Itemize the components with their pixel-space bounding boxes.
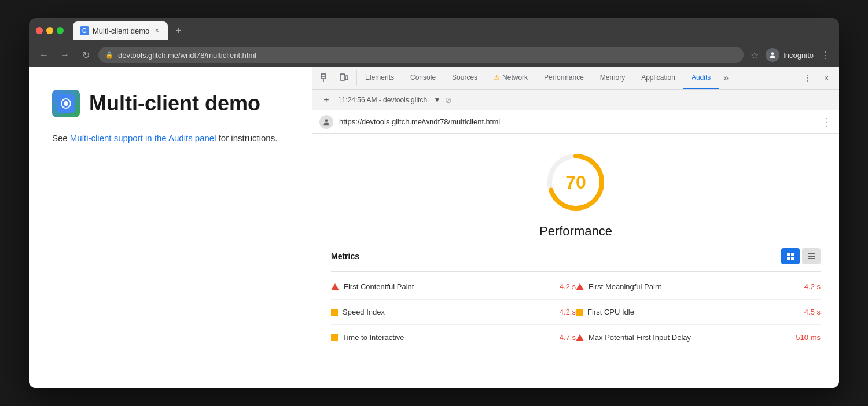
navigation-bar: ← → ↻ 🔒 devtools.glitch.me/wndt78/multic…: [29, 43, 839, 67]
tab-favicon: G: [80, 26, 89, 35]
svg-rect-13: [791, 253, 794, 256]
audits-panel-link[interactable]: Multi-client support in the Audits panel: [70, 133, 219, 143]
svg-rect-16: [808, 253, 815, 254]
tab-performance[interactable]: Performance: [536, 67, 592, 89]
tab-application[interactable]: Application: [633, 67, 683, 89]
audit-block-button[interactable]: ⊘: [445, 95, 452, 105]
orange-square-icon: [331, 334, 338, 341]
traffic-light-yellow[interactable]: [46, 27, 53, 34]
page-logo: [52, 90, 80, 117]
metrics-title: Metrics: [331, 252, 359, 261]
audit-url-more-button[interactable]: ⋮: [822, 116, 832, 128]
page-header: Multi-client demo: [52, 90, 289, 117]
traffic-light-green[interactable]: [57, 27, 64, 34]
audit-avatar: [319, 115, 333, 129]
forward-button[interactable]: →: [57, 47, 73, 63]
metric-time-to-interactive: Time to Interactive 4.7 s: [331, 325, 576, 350]
metric-value: 4.7 s: [547, 333, 576, 342]
svg-rect-12: [787, 253, 790, 256]
metric-name: First Meaningful Paint: [589, 282, 787, 291]
gauge-score: 70: [565, 172, 586, 193]
content-area: Multi-client demo See Multi-client suppo…: [29, 67, 839, 388]
score-section: 70 Performance: [331, 147, 821, 239]
new-tab-button[interactable]: +: [170, 23, 186, 39]
profile-area[interactable]: Incognito: [766, 48, 814, 62]
tab-memory[interactable]: Memory: [592, 67, 633, 89]
tab-network[interactable]: ⚠ Network: [486, 67, 536, 89]
favicon-letter: G: [82, 28, 87, 34]
performance-label: Performance: [539, 224, 612, 239]
traffic-light-red[interactable]: [36, 27, 43, 34]
traffic-lights: [36, 27, 64, 34]
metric-value: 4.2 s: [547, 282, 576, 291]
metric-first-meaningful-paint: First Meaningful Paint 4.2 s: [576, 274, 821, 300]
warning-triangle-icon: [576, 334, 584, 341]
metric-first-contentful-paint: First Contentful Paint 4.2 s: [331, 274, 576, 300]
list-view-button[interactable]: [802, 248, 821, 264]
gauge-container: 70 Performance: [539, 147, 612, 239]
svg-rect-15: [791, 257, 794, 260]
tab-elements[interactable]: Elements: [357, 67, 402, 89]
bookmark-button[interactable]: ☆: [748, 47, 761, 63]
metric-value: 510 ms: [792, 333, 821, 342]
metrics-left-column: First Contentful Paint 4.2 s Speed Index…: [331, 274, 576, 350]
metric-max-potential-fid: Max Potential First Input Delay 510 ms: [576, 325, 821, 350]
gauge-wrapper: 70: [541, 147, 610, 217]
browser-tab[interactable]: G Multi-client demo ×: [73, 21, 168, 40]
browser-menu-button[interactable]: ⋮: [818, 47, 832, 63]
orange-square-icon: [576, 309, 583, 316]
metric-name: First CPU Idle: [587, 308, 787, 316]
metric-value: 4.5 s: [792, 308, 821, 316]
audit-add-button[interactable]: +: [319, 93, 333, 107]
page-description: See Multi-client support in the Audits p…: [52, 131, 289, 145]
address-text: devtools.glitch.me/wndt78/multiclient.ht…: [118, 51, 256, 60]
metrics-grid: First Contentful Paint 4.2 s Speed Index…: [331, 274, 821, 350]
device-toggle-button[interactable]: [336, 70, 352, 86]
svg-point-0: [771, 52, 774, 55]
metrics-header: Metrics: [331, 248, 821, 272]
tab-bar: G Multi-client demo × +: [73, 21, 832, 40]
desc-suffix: for instructions.: [219, 133, 278, 143]
devtools-tabs: Elements Console Sources ⚠ Network Perfo…: [357, 67, 795, 89]
element-picker-button[interactable]: [317, 70, 333, 86]
tab-sources[interactable]: Sources: [444, 67, 486, 89]
devtools-toolbar: Elements Console Sources ⚠ Network Perfo…: [312, 67, 839, 90]
desc-prefix: See: [52, 133, 70, 143]
metric-value: 4.2 s: [792, 282, 821, 291]
network-warning-icon: ⚠: [494, 73, 500, 82]
reload-button[interactable]: ↻: [78, 47, 94, 63]
metric-speed-index: Speed Index 4.2 s: [331, 300, 576, 325]
svg-rect-7: [340, 74, 345, 80]
metric-name: Max Potential First Input Delay: [589, 333, 787, 342]
svg-rect-14: [787, 257, 790, 260]
warning-triangle-icon: [331, 283, 339, 290]
svg-rect-18: [808, 258, 815, 259]
tab-title: Multi-client demo: [93, 27, 149, 35]
avatar: [766, 48, 779, 62]
browser-window: G Multi-client demo × + ← → ↻ 🔒 devtools…: [29, 18, 839, 388]
orange-square-icon: [331, 309, 338, 316]
audit-results: 70 Performance Metrics: [312, 134, 839, 388]
tab-close-button[interactable]: ×: [153, 27, 161, 35]
audit-timestamp: 11:24:56 AM - devtools.glitch.: [338, 96, 429, 104]
more-tabs-button[interactable]: »: [719, 73, 733, 83]
metric-name: Speed Index: [343, 308, 542, 316]
audit-dropdown-arrow[interactable]: ▼: [433, 96, 440, 104]
svg-rect-8: [345, 76, 348, 80]
grid-view-button[interactable]: [781, 248, 800, 264]
back-button[interactable]: ←: [36, 47, 52, 63]
tab-audits[interactable]: Audits: [683, 67, 719, 89]
audit-subtoolbar: + 11:24:56 AM - devtools.glitch. ▼ ⊘: [312, 90, 839, 110]
warning-triangle-icon: [576, 283, 584, 290]
metric-first-cpu-idle: First CPU Idle 4.5 s: [576, 300, 821, 325]
tab-console[interactable]: Console: [402, 67, 444, 89]
svg-point-3: [64, 101, 68, 106]
address-bar[interactable]: 🔒 devtools.glitch.me/wndt78/multiclient.…: [98, 47, 744, 63]
devtools-close-button[interactable]: ×: [818, 70, 834, 86]
devtools-context-menu-button[interactable]: ⋮: [800, 70, 816, 86]
view-toggle: [781, 248, 821, 264]
svg-point-9: [325, 119, 328, 122]
audit-url-bar: https://devtools.glitch.me/wndt78/multic…: [312, 110, 839, 134]
metrics-right-column: First Meaningful Paint 4.2 s First CPU I…: [576, 274, 821, 350]
svg-rect-17: [808, 256, 815, 257]
